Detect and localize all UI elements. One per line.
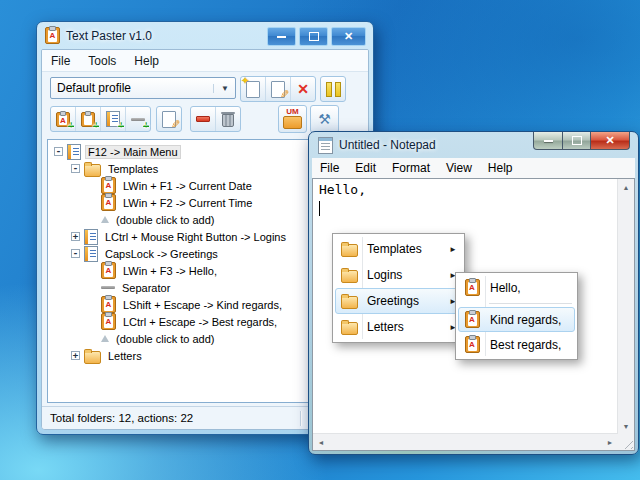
notepad-text: Hello, <box>319 182 366 197</box>
menu-file[interactable]: File <box>42 51 79 71</box>
submenu-arrow-icon: ► <box>449 245 457 254</box>
menu-item-label: Greetings <box>367 294 419 308</box>
separator-icon <box>101 286 115 289</box>
profile-dropdown-value: Default profile <box>57 81 131 95</box>
tree-item-label: LWin + F1 -> Current Date <box>120 179 255 193</box>
minus-icon <box>196 116 210 122</box>
menu-item-letters[interactable]: Letters► <box>335 314 462 340</box>
edit-action-button[interactable] <box>157 107 181 131</box>
clipboard-icon: A <box>465 336 480 353</box>
add-icon <box>101 335 109 342</box>
tree-item-label: LWin + F2 -> Current Time <box>120 196 255 210</box>
clipboard-icon: A <box>101 177 116 194</box>
maximize-button[interactable] <box>299 27 328 46</box>
menu-item-greetings[interactable]: Greetings► <box>335 288 462 314</box>
add-menu-button[interactable]: + <box>100 107 125 131</box>
text-paster-title: Text Paster v1.0 <box>66 29 152 43</box>
menu-item-hello[interactable]: AHello, <box>458 275 575 300</box>
close-button[interactable]: ✕ <box>590 132 630 150</box>
vertical-scrollbar[interactable]: ▲ ▼ <box>617 179 634 434</box>
minimize-icon <box>544 140 553 142</box>
menu-edit[interactable]: Edit <box>347 158 384 178</box>
status-divider <box>300 411 301 426</box>
collapse-icon[interactable]: - <box>71 249 80 258</box>
close-button[interactable]: ✕ <box>331 27 366 46</box>
scroll-down-icon[interactable]: ▼ <box>618 418 634 434</box>
text-paster-menubar: FileToolsHelp <box>42 50 368 72</box>
notepad-app-icon <box>318 137 333 154</box>
menu-format[interactable]: Format <box>384 158 438 178</box>
desktop[interactable]: A Text Paster v1.0 ✕ FileToolsHelp Defau… <box>0 0 640 480</box>
minimize-button[interactable] <box>267 27 296 46</box>
tree-item-label: LShift + Escape -> Kind regards, <box>120 298 285 312</box>
menu-icon <box>84 229 98 245</box>
folder-icon <box>84 164 101 177</box>
profile-dropdown[interactable]: Default profile ▼ <box>50 77 236 99</box>
menu-item-bestregards[interactable]: ABest regards, <box>458 332 575 357</box>
menu-item-label: Letters <box>367 320 404 334</box>
notepad-menubar: FileEditFormatViewHelp <box>312 158 635 179</box>
scroll-left-icon[interactable]: ◄ <box>313 434 329 450</box>
um-button[interactable] <box>279 106 306 132</box>
menu-item-kindregards[interactable]: AKind regards, <box>458 307 575 332</box>
add-separator-button[interactable]: + <box>125 107 150 131</box>
tree-item-label: LWin + F3 -> Hello, <box>120 264 220 278</box>
menu-file[interactable]: File <box>312 158 347 178</box>
tree-item-label: Templates <box>105 162 161 176</box>
um-icon <box>283 116 302 129</box>
collapse-icon[interactable]: - <box>54 147 63 156</box>
expand-icon[interactable]: + <box>71 232 80 241</box>
tree-item-label: Separator <box>119 281 173 295</box>
menu-item-label: Logins <box>367 268 402 282</box>
clipboard-icon: A <box>101 262 116 279</box>
tree-item-label: CapsLock -> Greetings <box>102 247 221 261</box>
menu-tools[interactable]: Tools <box>79 51 125 71</box>
menu-item-label: Kind regards, <box>490 313 561 327</box>
clipboard-icon: A <box>101 296 116 313</box>
red-x-icon: ✕ <box>297 82 309 96</box>
menu-help[interactable]: Help <box>480 158 521 178</box>
horizontal-scrollbar[interactable]: ◄ ► <box>313 433 618 450</box>
tree-item-label: F12 -> Main Menu <box>85 145 181 159</box>
add-clipboard-action-button[interactable]: + <box>75 107 100 131</box>
delete-profile-button[interactable]: ✕ <box>290 77 315 101</box>
text-paster-app-icon: A <box>45 27 60 44</box>
remove-action-button[interactable] <box>191 107 215 131</box>
edit-document-icon <box>271 81 285 98</box>
text-caret <box>319 201 320 216</box>
scroll-up-icon[interactable]: ▲ <box>618 179 634 195</box>
folder-icon <box>84 351 101 364</box>
collapse-icon[interactable]: - <box>71 164 80 173</box>
expand-icon[interactable]: + <box>71 351 80 360</box>
tree-item-label: (double click to add) <box>113 332 217 346</box>
menu-item-templates[interactable]: Templates► <box>335 236 462 262</box>
pause-button[interactable] <box>321 77 345 101</box>
plus-badge-icon: + <box>93 121 99 131</box>
menu-icon <box>84 246 98 262</box>
scroll-right-icon[interactable]: ► <box>602 434 618 450</box>
plus-badge-icon: + <box>68 121 74 131</box>
grip-icon <box>621 437 633 449</box>
new-profile-button[interactable] <box>241 77 265 101</box>
folder-icon <box>341 322 358 335</box>
maximize-icon <box>572 136 582 145</box>
greetings-submenu: AHello,AKind regards,ABest regards, <box>455 272 578 360</box>
maximize-button[interactable] <box>563 132 590 150</box>
new-document-icon <box>246 81 260 98</box>
menu-view[interactable]: View <box>438 158 480 178</box>
minimize-icon <box>277 36 286 38</box>
minimize-button[interactable] <box>533 132 563 150</box>
add-text-action-button[interactable]: A+ <box>51 107 75 131</box>
menu-item-label: Hello, <box>490 281 521 295</box>
menu-item-label: Best regards, <box>490 338 561 352</box>
menu-item-logins[interactable]: Logins► <box>335 262 462 288</box>
menu-item-label: Templates <box>367 242 422 256</box>
settings-button[interactable]: ⚒ <box>311 106 338 132</box>
tree-item-label: LCtrl + Escape -> Best regards, <box>120 315 280 329</box>
rename-profile-button[interactable] <box>265 77 290 101</box>
delete-action-button[interactable] <box>215 107 240 131</box>
chevron-down-icon: ▼ <box>213 84 229 93</box>
menu-help[interactable]: Help <box>125 51 168 71</box>
paste-context-menu: Templates►Logins►Greetings►Letters► <box>332 233 465 343</box>
resize-grip[interactable] <box>618 434 634 450</box>
